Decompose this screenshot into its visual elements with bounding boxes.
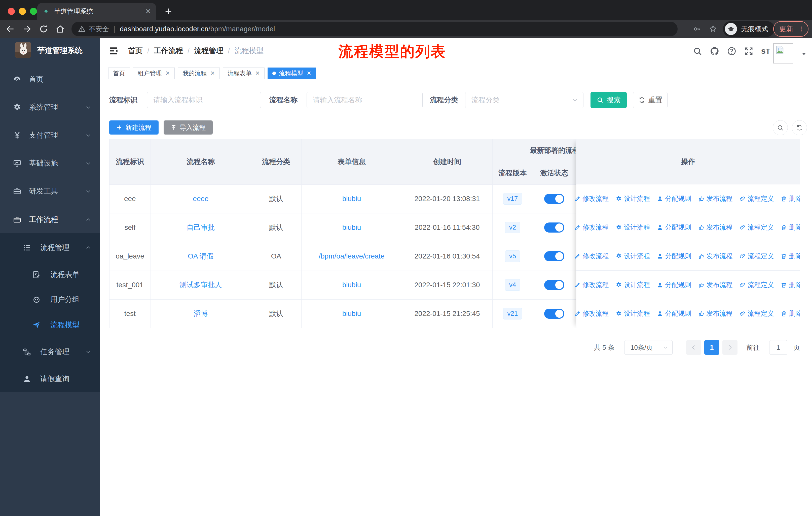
action-分配规则[interactable]: 分配规则 (657, 252, 691, 261)
action-流程定义[interactable]: 流程定义 (739, 309, 774, 318)
action-分配规则[interactable]: 分配规则 (657, 280, 691, 289)
tab-close-icon[interactable]: ✕ (145, 7, 151, 16)
prev-page-button[interactable] (686, 340, 701, 355)
sidebar-logo[interactable]: 芋道管理系统 (0, 38, 100, 62)
forward-icon[interactable] (22, 24, 32, 34)
reload-icon[interactable] (39, 24, 48, 34)
search-button[interactable]: 搜索 (590, 92, 627, 108)
action-分配规则[interactable]: 分配规则 (657, 194, 691, 203)
star-icon[interactable] (709, 25, 717, 33)
key-icon[interactable] (693, 25, 701, 33)
action-设计流程[interactable]: 设计流程 (615, 223, 650, 232)
browser-tab[interactable]: 芋道管理系统 ✕ (37, 3, 156, 20)
process-name-link[interactable]: OA 请假 (188, 252, 214, 260)
update-label[interactable]: 更新 (779, 24, 793, 34)
import-process-button[interactable]: 导入流程 (164, 120, 213, 135)
action-流程定义[interactable]: 流程定义 (739, 280, 774, 289)
form-info-link[interactable]: biubiu (342, 223, 361, 231)
sidebar-item-1[interactable]: 首页 (0, 70, 100, 89)
breadcrumb-item[interactable]: 首页 (128, 46, 143, 56)
tag-首页[interactable]: 首页 (108, 67, 130, 79)
process-name-link[interactable]: eeee (193, 195, 208, 202)
action-删除[interactable]: 删除 (781, 252, 800, 261)
action-发布流程[interactable]: 发布流程 (698, 223, 733, 232)
action-删除[interactable]: 删除 (781, 223, 800, 232)
tag-流程模型[interactable]: 流程模型✕ (267, 67, 316, 79)
action-流程定义[interactable]: 流程定义 (739, 223, 774, 232)
form-info-link[interactable]: biubiu (342, 310, 361, 318)
page-size-select[interactable]: 10条/页 (624, 340, 672, 355)
action-流程定义[interactable]: 流程定义 (739, 194, 774, 203)
action-修改流程[interactable]: 修改流程 (574, 223, 609, 232)
current-page-button[interactable]: 1 (704, 340, 719, 355)
category-select[interactable]: 流程分类 (465, 92, 583, 108)
action-发布流程[interactable]: 发布流程 (698, 252, 733, 261)
active-toggle[interactable] (544, 251, 564, 261)
user-avatar[interactable] (773, 43, 793, 63)
process-name-link[interactable]: 滔博 (194, 310, 208, 318)
dots-vertical-icon[interactable] (798, 26, 805, 32)
form-info-link[interactable]: biubiu (342, 195, 361, 202)
active-toggle[interactable] (544, 309, 564, 319)
sidebar-item-11[interactable]: 任务管理 (0, 343, 100, 361)
sidebar-item-4[interactable]: 基础设施 (0, 154, 100, 173)
action-分配规则[interactable]: 分配规则 (657, 309, 691, 318)
next-page-button[interactable] (722, 340, 737, 355)
sidebar-item-8[interactable]: 流程表单 (0, 265, 100, 284)
sidebar-item-2[interactable]: 系统管理 (0, 98, 100, 117)
sidebar-item-5[interactable]: 研发工具 (0, 182, 100, 201)
action-修改流程[interactable]: 修改流程 (574, 194, 609, 203)
window-minimize-button[interactable] (19, 8, 26, 15)
action-发布流程[interactable]: 发布流程 (698, 309, 733, 318)
security-label[interactable]: 不安全 (89, 24, 109, 33)
action-修改流程[interactable]: 修改流程 (574, 280, 609, 289)
sidebar-item-7[interactable]: 流程管理 (0, 238, 100, 257)
address-bar[interactable]: 不安全 | dashboard.yudao.iocoder.cn/bpm/man… (71, 22, 677, 36)
back-icon[interactable] (5, 24, 15, 34)
tag-我的流程[interactable]: 我的流程✕ (178, 67, 220, 79)
window-close-button[interactable] (8, 8, 15, 15)
sidebar-item-10[interactable]: 流程模型 (0, 316, 100, 334)
new-tab-button[interactable] (164, 7, 173, 16)
sidebar-item-6[interactable]: 工作流程 (0, 210, 100, 229)
tag-租户管理[interactable]: 租户管理✕ (133, 67, 175, 79)
github-icon[interactable] (710, 46, 719, 56)
sidebar-item-9[interactable]: 用户分组 (0, 290, 100, 309)
action-发布流程[interactable]: 发布流程 (698, 194, 733, 203)
form-info-link[interactable]: /bpm/oa/leave/create (319, 252, 385, 260)
home-icon[interactable] (55, 24, 65, 34)
tag-close-icon[interactable]: ✕ (210, 70, 215, 77)
search-icon[interactable] (693, 46, 702, 56)
action-删除[interactable]: 删除 (781, 194, 800, 203)
tag-close-icon[interactable]: ✕ (255, 70, 260, 77)
collapse-menu-icon[interactable] (108, 46, 119, 56)
caret-down-icon[interactable] (801, 51, 807, 57)
fullscreen-icon[interactable] (744, 46, 754, 56)
action-设计流程[interactable]: 设计流程 (615, 309, 650, 318)
action-设计流程[interactable]: 设计流程 (615, 194, 650, 203)
action-设计流程[interactable]: 设计流程 (615, 252, 650, 261)
active-toggle[interactable] (544, 280, 564, 290)
goto-page-input[interactable] (769, 340, 787, 355)
process-name-input[interactable] (307, 92, 423, 108)
action-修改流程[interactable]: 修改流程 (574, 252, 609, 261)
sidebar-item-12[interactable]: 请假查询 (0, 369, 100, 388)
breadcrumb-item[interactable]: 流程管理 (194, 46, 223, 56)
action-删除[interactable]: 删除 (781, 309, 800, 318)
tag-流程表单[interactable]: 流程表单✕ (223, 67, 265, 79)
window-zoom-button[interactable] (30, 8, 37, 15)
action-设计流程[interactable]: 设计流程 (615, 280, 650, 289)
process-key-input[interactable] (147, 92, 261, 108)
help-icon[interactable] (727, 46, 736, 56)
tag-close-icon[interactable]: ✕ (165, 70, 170, 77)
sidebar-item-3[interactable]: 支付管理 (0, 126, 100, 145)
action-删除[interactable]: 删除 (781, 280, 800, 289)
create-process-button[interactable]: 新建流程 (109, 120, 158, 135)
breadcrumb-item[interactable]: 工作流程 (154, 46, 183, 56)
process-name-link[interactable]: 测试多审批人 (180, 281, 222, 289)
reset-button[interactable]: 重置 (633, 92, 668, 108)
tag-close-icon[interactable]: ✕ (307, 70, 311, 77)
toggle-search-button[interactable] (773, 120, 788, 135)
form-info-link[interactable]: biubiu (342, 281, 361, 289)
refresh-list-button[interactable] (792, 120, 807, 135)
